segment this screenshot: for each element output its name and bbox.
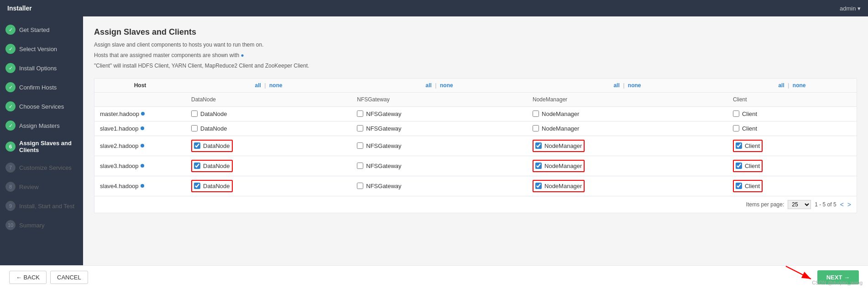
sidebar-item-assign-masters[interactable]: ✓ Assign Masters [0, 116, 83, 135]
pagination-row: Items per page: 25 50 100 1 - 5 of 5 < > [94, 196, 857, 213]
next-page-btn[interactable]: > [847, 201, 851, 208]
table-row: slave4.hadoop DataNode [94, 176, 857, 196]
step-circle-3: ✓ [5, 63, 16, 73]
assign-table: Host all | none all [94, 79, 857, 196]
sidebar-label-select-version: Select Version [19, 46, 57, 53]
nfs-checkbox-master[interactable] [357, 110, 363, 117]
sidebar-item-summary[interactable]: 10 Summary [0, 215, 83, 235]
client-cell-slave4: Client [727, 176, 857, 196]
client-checkbox-slave2[interactable] [736, 142, 742, 149]
nm-checkbox-slave4[interactable] [535, 183, 542, 189]
col-client-header: all | none [727, 79, 857, 93]
col-nodemanager-header: all | none [527, 79, 727, 93]
datanode-checkbox-slave2[interactable] [194, 142, 200, 149]
datanode-cell-master: DataNode [186, 106, 351, 121]
nm-red-box-slave4: NodeManager [533, 180, 585, 192]
datanode-cell-slave4: DataNode [186, 176, 351, 196]
page-desc-1: Assign slave and client components to ho… [94, 41, 857, 49]
page-desc-2: Hosts that are assigned master component… [94, 51, 857, 60]
client-cell-slave1: Client [727, 121, 857, 136]
main-content: Assign Slaves and Clients Assign slave a… [83, 16, 868, 265]
host-dot-slave4 [141, 184, 144, 188]
datanode-checkbox-slave4[interactable] [194, 183, 200, 189]
topbar: Installer admin ▾ [0, 0, 868, 16]
sidebar-label-assign-masters: Assign Masters [19, 122, 60, 129]
step-circle-9: 8 [5, 182, 16, 192]
step-circle-8: 7 [5, 163, 16, 173]
all-client-link[interactable]: all [778, 82, 784, 89]
sidebar-item-install-start[interactable]: 9 Install, Start and Test [0, 196, 83, 215]
step-circle-4: ✓ [5, 82, 16, 92]
none-nm-link[interactable]: none [628, 82, 641, 89]
host-cell-slave4: slave4.hadoop [94, 176, 186, 196]
sidebar-item-review[interactable]: 8 Review [0, 177, 83, 196]
col-host: Host [94, 79, 186, 93]
nm-checkbox-slave2[interactable] [535, 142, 542, 149]
step-circle-5: ✓ [5, 101, 16, 111]
nm-checkbox-master[interactable] [533, 110, 539, 117]
subcol-nodemanager: NodeManager [527, 92, 727, 106]
watermark: CSDN @duqiao_wang [812, 280, 863, 285]
sidebar-item-confirm-hosts[interactable]: ✓ Confirm Hosts [0, 78, 83, 97]
client-cell-master: Client [727, 106, 857, 121]
datanode-cell-slave2: DataNode [186, 136, 351, 156]
sidebar-label-install-start: Install, Start and Test [19, 203, 74, 210]
col-header-nfs-links: all | none [357, 82, 522, 89]
col-header-datanode-links: all | none [191, 82, 346, 89]
sidebar-item-customize-services[interactable]: 7 Customize Services [0, 158, 83, 177]
sidebar-label-confirm-hosts: Confirm Hosts [19, 84, 57, 91]
datanode-red-box-slave2: DataNode [191, 140, 233, 152]
subcol-datanode: DataNode [186, 92, 351, 106]
col-header-nm-links: all | none [533, 82, 722, 89]
prev-page-btn[interactable]: < [840, 201, 844, 208]
page-title: Assign Slaves and Clients [94, 27, 857, 37]
client-cell-slave3: Client [727, 156, 857, 176]
sidebar-item-get-started[interactable]: ✓ Get Started [0, 20, 83, 39]
col-nfsgateway-header: all | none [351, 79, 527, 93]
nm-checkbox-slave3[interactable] [535, 163, 542, 169]
sidebar-item-choose-services[interactable]: ✓ Choose Services [0, 97, 83, 116]
assign-table-container: Host all | none all [94, 78, 857, 213]
none-client-link[interactable]: none [793, 82, 806, 89]
step-circle-1: ✓ [5, 25, 16, 35]
nm-cell-master: NodeManager [527, 106, 727, 121]
sidebar-item-assign-slaves[interactable]: 6 Assign Slaves and Clients [0, 135, 83, 158]
sidebar-item-select-version[interactable]: ✓ Select Version [0, 39, 83, 58]
nfs-checkbox-slave1[interactable] [357, 125, 363, 131]
all-nm-link[interactable]: all [613, 82, 619, 89]
client-checkbox-master[interactable] [733, 110, 739, 117]
cancel-button[interactable]: CANCEL [50, 271, 88, 284]
nfs-checkbox-slave2[interactable] [357, 142, 363, 149]
nfs-checkbox-slave3[interactable] [357, 163, 363, 169]
nm-red-box-slave2: NodeManager [533, 140, 585, 152]
host-cell-master: master.hadoop [94, 106, 186, 121]
nm-cell-slave3: NodeManager [527, 156, 727, 176]
back-button[interactable]: ← BACK [9, 271, 47, 284]
datanode-checkbox-slave3[interactable] [194, 163, 200, 169]
host-dot-slave1 [141, 126, 144, 130]
host-dot-master [141, 112, 145, 116]
none-datanode-link[interactable]: none [269, 82, 282, 89]
client-checkbox-slave1[interactable] [733, 125, 739, 131]
nm-checkbox-slave1[interactable] [533, 125, 539, 131]
sidebar-label-assign-slaves: Assign Slaves and Clients [19, 140, 78, 153]
client-red-box-slave3: Client [733, 160, 763, 172]
client-checkbox-slave4[interactable] [736, 183, 742, 189]
datanode-cell-slave1: DataNode [186, 121, 351, 136]
all-datanode-link[interactable]: all [255, 82, 261, 89]
datanode-checkbox-slave1[interactable] [191, 125, 198, 131]
all-nfs-link[interactable]: all [426, 82, 432, 89]
nfs-checkbox-slave4[interactable] [357, 183, 363, 189]
per-page-select[interactable]: 25 50 100 [788, 200, 811, 209]
client-checkbox-slave3[interactable] [736, 163, 742, 169]
none-nfs-link[interactable]: none [440, 82, 453, 89]
subcol-host [94, 92, 186, 106]
admin-menu[interactable]: admin ▾ [840, 5, 861, 12]
datanode-checkbox-master[interactable] [191, 110, 198, 117]
sidebar-item-install-options[interactable]: ✓ Install Options [0, 58, 83, 78]
host-cell-slave1: slave1.hadoop [94, 121, 186, 136]
sidebar-label-review: Review [19, 184, 39, 190]
nm-cell-slave1: NodeManager [527, 121, 727, 136]
nm-cell-slave2: NodeManager [527, 136, 727, 156]
table-row: slave2.hadoop DataNode [94, 136, 857, 156]
